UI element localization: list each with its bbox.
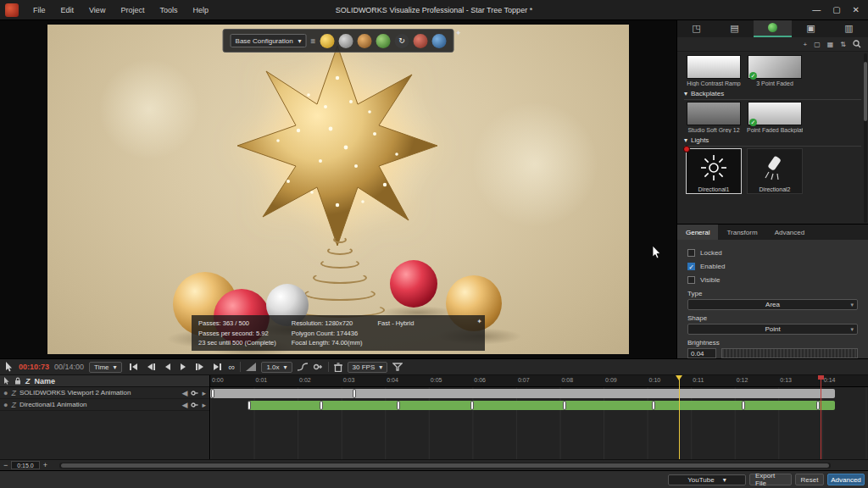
- add-keyframe-icon[interactable]: [313, 363, 323, 371]
- timeline-zoom-value[interactable]: 0:15.0: [11, 461, 39, 469]
- pin-icon[interactable]: ▸: [202, 401, 206, 409]
- brightness-slider[interactable]: [721, 348, 858, 358]
- menu-file[interactable]: File: [25, 0, 53, 20]
- configuration-select[interactable]: Base Configuration ▾: [231, 34, 307, 47]
- appearance-item[interactable]: High Contrast Ramp: [686, 55, 742, 86]
- environment-button[interactable]: [376, 34, 390, 48]
- menu-help[interactable]: Help: [185, 0, 216, 20]
- keyframe-marker[interactable]: [563, 401, 566, 410]
- material-button[interactable]: [357, 34, 371, 48]
- menu-view[interactable]: View: [81, 0, 113, 20]
- grid-view-icon[interactable]: ▦: [827, 41, 834, 48]
- animation-bar-lane[interactable]: [210, 388, 868, 399]
- import-icon[interactable]: ▢: [814, 41, 821, 48]
- export-preset-select[interactable]: YouTube▾: [668, 474, 746, 485]
- skip-start-button[interactable]: [127, 362, 140, 372]
- keyframe-marker[interactable]: [470, 401, 474, 410]
- keyframe-marker[interactable]: [353, 389, 356, 398]
- timeline-ruler[interactable]: 0:000:010:020:030:040:050:060:070:080:09…: [210, 375, 868, 387]
- step-back-button[interactable]: [145, 362, 158, 372]
- playhead[interactable]: [679, 375, 680, 459]
- animation-bar[interactable]: [210, 389, 835, 398]
- end-marker[interactable]: [821, 375, 821, 459]
- mute-icon[interactable]: ◀: [182, 401, 188, 409]
- add-button[interactable]: +: [804, 41, 808, 48]
- export-file-button[interactable]: Export File: [749, 474, 792, 485]
- rendered-scene[interactable]: Base Configuration ▾ ≡ ↻ ✦ Pas: [47, 25, 629, 354]
- trash-icon[interactable]: [334, 363, 342, 372]
- shape-select[interactable]: Point▾: [687, 324, 858, 335]
- tab-appearances[interactable]: ▤: [715, 20, 754, 37]
- animation-bar-lane[interactable]: [210, 400, 868, 411]
- keyframe-marker[interactable]: [211, 389, 214, 398]
- step-forward-button[interactable]: [193, 362, 206, 372]
- keyframe-marker[interactable]: [397, 401, 400, 410]
- maximize-button[interactable]: ▢: [832, 5, 840, 14]
- select-dot-icon[interactable]: ●: [3, 401, 8, 409]
- keyframe-marker[interactable]: [652, 401, 655, 410]
- menu-project[interactable]: Project: [113, 0, 152, 20]
- tab-models[interactable]: ◳: [677, 20, 715, 37]
- tab-transform[interactable]: Transform: [718, 225, 765, 240]
- time-mode-select[interactable]: Time▾: [89, 362, 122, 373]
- tab-advanced[interactable]: Advanced: [766, 225, 814, 240]
- refresh-icon[interactable]: ↻: [394, 34, 409, 48]
- backplates-section-header[interactable]: ▾ Backplates: [684, 90, 861, 100]
- keyframe-marker[interactable]: [816, 401, 820, 410]
- playback-speed-select[interactable]: 1.0x▾: [261, 362, 292, 373]
- zoom-out-button[interactable]: −: [3, 461, 8, 469]
- select-dot-icon[interactable]: ●: [3, 389, 8, 397]
- render-mode-button[interactable]: [320, 34, 334, 48]
- key-icon[interactable]: [191, 402, 198, 408]
- animation-bar[interactable]: [249, 401, 835, 410]
- locked-checkbox[interactable]: [687, 249, 695, 257]
- ramp-icon[interactable]: [246, 363, 256, 371]
- enabled-checkbox[interactable]: ✓: [687, 263, 695, 270]
- track-row-viewport[interactable]: ● Z SOLIDWORKS Viewport 2 Animation ◀ ▸: [0, 387, 209, 399]
- tab-environments[interactable]: [754, 20, 792, 37]
- visible-checkbox[interactable]: [687, 276, 695, 284]
- tab-cameras[interactable]: ▣: [792, 20, 830, 37]
- loop-toggle[interactable]: ∞: [229, 362, 236, 372]
- tab-lights[interactable]: ▥: [830, 20, 868, 37]
- pin-icon[interactable]: ✦: [476, 317, 482, 327]
- palette-scrollbar[interactable]: [864, 53, 867, 223]
- key-icon[interactable]: [191, 390, 198, 396]
- backplate-item[interactable]: Studio Soft Grey 12: [686, 102, 742, 133]
- brightness-input[interactable]: 0.04: [687, 348, 716, 358]
- 3d-viewport[interactable]: Base Configuration ▾ ≡ ↻ ✦ Pas: [0, 20, 676, 358]
- select-cursor-icon[interactable]: [5, 362, 14, 372]
- keyframe-marker[interactable]: [248, 401, 251, 410]
- list-icon[interactable]: ≡: [311, 36, 316, 46]
- menu-edit[interactable]: Edit: [53, 0, 82, 20]
- menu-tools[interactable]: Tools: [152, 0, 185, 20]
- keyframe-marker[interactable]: [742, 401, 745, 410]
- ease-curve-icon[interactable]: [298, 363, 308, 371]
- pin-icon[interactable]: ▸: [202, 389, 206, 397]
- filter-icon[interactable]: [392, 363, 403, 371]
- type-select[interactable]: Area▾: [687, 299, 858, 310]
- minimize-button[interactable]: —: [812, 5, 821, 14]
- light-item-directional1[interactable]: Directional1: [686, 148, 742, 194]
- backplate-item[interactable]: ✓ Point Faded Backplate: [747, 102, 803, 133]
- mute-icon[interactable]: ◀: [182, 389, 188, 397]
- pin-icon[interactable]: ✦: [455, 29, 462, 37]
- model-button[interactable]: [413, 34, 427, 48]
- appearance-button[interactable]: [338, 34, 353, 48]
- keyframe-marker[interactable]: [320, 401, 323, 410]
- fps-select[interactable]: 30 FPS▾: [348, 362, 388, 373]
- timeline-hscrollbar[interactable]: [59, 463, 831, 469]
- search-icon[interactable]: [853, 40, 861, 48]
- lights-section-header[interactable]: ▾ Lights: [684, 136, 861, 147]
- close-button[interactable]: ✕: [853, 5, 860, 14]
- timeline-canvas[interactable]: 0:000:010:020:030:040:050:060:070:080:09…: [210, 375, 868, 459]
- skip-end-button[interactable]: [211, 362, 224, 372]
- sort-icon[interactable]: ⇅: [840, 41, 846, 48]
- zoom-in-button[interactable]: +: [43, 461, 47, 469]
- light-item-directional2[interactable]: Directional2: [747, 148, 803, 194]
- advanced-button[interactable]: Advanced: [827, 474, 865, 485]
- track-row-directional1[interactable]: ● Z Directional1 Animation ◀ ▸: [0, 399, 209, 411]
- tab-general[interactable]: General: [677, 225, 718, 240]
- reset-button[interactable]: Reset: [795, 474, 824, 485]
- camera-orbit-button[interactable]: [431, 34, 446, 48]
